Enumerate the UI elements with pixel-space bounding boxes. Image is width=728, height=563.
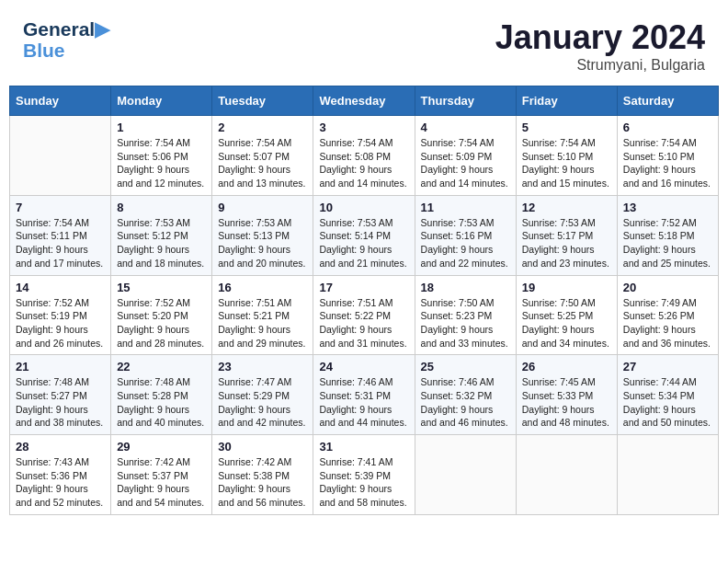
sunrise: Sunrise: 7:52 AM	[623, 216, 712, 230]
calendar-cell: 22Sunrise: 7:48 AMSunset: 5:28 PMDayligh…	[111, 355, 212, 435]
daylight-minutes: and and 20 minutes.	[218, 257, 307, 270]
sunrise: Sunrise: 7:43 AM	[16, 455, 105, 469]
day-number: 8	[117, 201, 206, 214]
day-info: Sunrise: 7:53 AMSunset: 5:17 PMDaylight:…	[522, 216, 611, 270]
sunrise: Sunrise: 7:48 AM	[16, 375, 105, 389]
sunrise: Sunrise: 7:42 AM	[117, 455, 206, 469]
calendar-cell: 11Sunrise: 7:53 AMSunset: 5:16 PMDayligh…	[415, 195, 516, 275]
sunset: Sunset: 5:19 PM	[16, 309, 105, 323]
sunset: Sunset: 5:09 PM	[421, 150, 510, 164]
daylight-hours: Daylight: 9 hours	[319, 482, 408, 496]
sunset: Sunset: 5:10 PM	[522, 150, 611, 164]
title-block: January 2024 Strumyani, Bulgaria	[495, 18, 705, 74]
weekday-header-wednesday: Wednesday	[313, 86, 415, 116]
day-number: 4	[421, 121, 510, 134]
day-number: 5	[522, 121, 611, 134]
daylight-hours: Daylight: 9 hours	[117, 163, 206, 177]
sunrise: Sunrise: 7:54 AM	[522, 136, 611, 150]
daylight-minutes: and and 12 minutes.	[117, 177, 206, 190]
calendar-cell	[516, 435, 617, 515]
daylight-minutes: and and 34 minutes.	[522, 337, 611, 350]
day-info: Sunrise: 7:43 AMSunset: 5:36 PMDaylight:…	[16, 455, 105, 510]
sunrise: Sunrise: 7:53 AM	[218, 216, 307, 230]
daylight-minutes: and and 42 minutes.	[218, 416, 307, 430]
sunrise: Sunrise: 7:51 AM	[218, 296, 307, 310]
sunset: Sunset: 5:11 PM	[16, 229, 105, 243]
day-info: Sunrise: 7:53 AMSunset: 5:14 PMDaylight:…	[319, 216, 408, 270]
sunrise: Sunrise: 7:54 AM	[117, 136, 206, 150]
sunset: Sunset: 5:10 PM	[623, 150, 712, 164]
daylight-minutes: and and 28 minutes.	[117, 337, 206, 350]
sunset: Sunset: 5:32 PM	[421, 389, 510, 403]
day-info: Sunrise: 7:44 AMSunset: 5:34 PMDaylight:…	[623, 375, 712, 430]
calendar-cell: 17Sunrise: 7:51 AMSunset: 5:22 PMDayligh…	[313, 275, 415, 355]
day-info: Sunrise: 7:53 AMSunset: 5:12 PMDaylight:…	[117, 216, 206, 270]
daylight-minutes: and and 46 minutes.	[421, 416, 510, 430]
calendar-table: SundayMondayTuesdayWednesdayThursdayFrid…	[9, 86, 719, 515]
calendar-cell: 20Sunrise: 7:49 AMSunset: 5:26 PMDayligh…	[617, 275, 718, 355]
week-row-2: 7Sunrise: 7:54 AMSunset: 5:11 PMDaylight…	[10, 195, 719, 275]
day-number: 20	[623, 281, 712, 294]
sunset: Sunset: 5:07 PM	[218, 150, 307, 164]
sunrise: Sunrise: 7:52 AM	[117, 296, 206, 310]
daylight-hours: Daylight: 9 hours	[117, 323, 206, 337]
calendar-cell	[617, 435, 718, 515]
day-info: Sunrise: 7:54 AMSunset: 5:06 PMDaylight:…	[117, 136, 206, 190]
daylight-hours: Daylight: 9 hours	[16, 403, 105, 417]
daylight-hours: Daylight: 9 hours	[522, 163, 611, 177]
sunset: Sunset: 5:16 PM	[421, 229, 510, 243]
daylight-minutes: and and 58 minutes.	[319, 496, 408, 510]
sunrise: Sunrise: 7:44 AM	[623, 375, 712, 389]
sunrise: Sunrise: 7:47 AM	[218, 375, 307, 389]
day-number: 31	[319, 440, 408, 454]
sunrise: Sunrise: 7:49 AM	[623, 296, 712, 310]
daylight-minutes: and and 26 minutes.	[16, 337, 105, 350]
daylight-minutes: and and 56 minutes.	[218, 496, 307, 510]
sunrise: Sunrise: 7:53 AM	[319, 216, 408, 230]
day-number: 24	[319, 360, 408, 373]
week-row-1: 1Sunrise: 7:54 AMSunset: 5:06 PMDaylight…	[10, 116, 719, 196]
day-info: Sunrise: 7:54 AMSunset: 5:08 PMDaylight:…	[319, 136, 408, 190]
daylight-hours: Daylight: 9 hours	[421, 163, 510, 177]
day-number: 6	[623, 121, 712, 134]
calendar-cell: 7Sunrise: 7:54 AMSunset: 5:11 PMDaylight…	[10, 195, 111, 275]
sunset: Sunset: 5:36 PM	[16, 469, 105, 483]
sunrise: Sunrise: 7:50 AM	[522, 296, 611, 310]
daylight-hours: Daylight: 9 hours	[421, 403, 510, 417]
day-info: Sunrise: 7:41 AMSunset: 5:39 PMDaylight:…	[319, 455, 408, 510]
daylight-hours: Daylight: 9 hours	[117, 243, 206, 257]
daylight-minutes: and and 48 minutes.	[522, 416, 611, 430]
sunset: Sunset: 5:38 PM	[218, 469, 307, 483]
sunset: Sunset: 5:28 PM	[117, 389, 206, 403]
day-number: 21	[16, 360, 105, 373]
sunrise: Sunrise: 7:53 AM	[522, 216, 611, 230]
calendar-cell: 16Sunrise: 7:51 AMSunset: 5:21 PMDayligh…	[212, 275, 313, 355]
daylight-hours: Daylight: 9 hours	[421, 243, 510, 257]
calendar-cell: 13Sunrise: 7:52 AMSunset: 5:18 PMDayligh…	[617, 195, 718, 275]
daylight-minutes: and and 14 minutes.	[421, 177, 510, 190]
week-row-4: 21Sunrise: 7:48 AMSunset: 5:27 PMDayligh…	[10, 355, 719, 435]
sunrise: Sunrise: 7:46 AM	[421, 375, 510, 389]
sunrise: Sunrise: 7:45 AM	[522, 375, 611, 389]
sunset: Sunset: 5:31 PM	[319, 389, 408, 403]
logo-blue: Blue	[23, 40, 109, 61]
calendar-cell: 27Sunrise: 7:44 AMSunset: 5:34 PMDayligh…	[617, 355, 718, 435]
logo: General▶ Blue	[23, 18, 109, 61]
sunset: Sunset: 5:25 PM	[522, 309, 611, 323]
daylight-minutes: and and 16 minutes.	[623, 177, 712, 190]
daylight-minutes: and and 23 minutes.	[522, 257, 611, 270]
day-number: 29	[117, 440, 206, 454]
weekday-header-tuesday: Tuesday	[212, 86, 313, 116]
sunrise: Sunrise: 7:42 AM	[218, 455, 307, 469]
sunrise: Sunrise: 7:53 AM	[421, 216, 510, 230]
calendar-cell: 2Sunrise: 7:54 AMSunset: 5:07 PMDaylight…	[212, 116, 313, 196]
day-number: 22	[117, 360, 206, 373]
day-info: Sunrise: 7:54 AMSunset: 5:07 PMDaylight:…	[218, 136, 307, 190]
weekday-header-saturday: Saturday	[617, 86, 718, 116]
calendar-cell: 14Sunrise: 7:52 AMSunset: 5:19 PMDayligh…	[10, 275, 111, 355]
day-info: Sunrise: 7:50 AMSunset: 5:25 PMDaylight:…	[522, 296, 611, 350]
daylight-hours: Daylight: 9 hours	[218, 323, 307, 337]
day-number: 18	[421, 281, 510, 294]
calendar-cell: 1Sunrise: 7:54 AMSunset: 5:06 PMDaylight…	[111, 116, 212, 196]
day-info: Sunrise: 7:42 AMSunset: 5:38 PMDaylight:…	[218, 455, 307, 510]
